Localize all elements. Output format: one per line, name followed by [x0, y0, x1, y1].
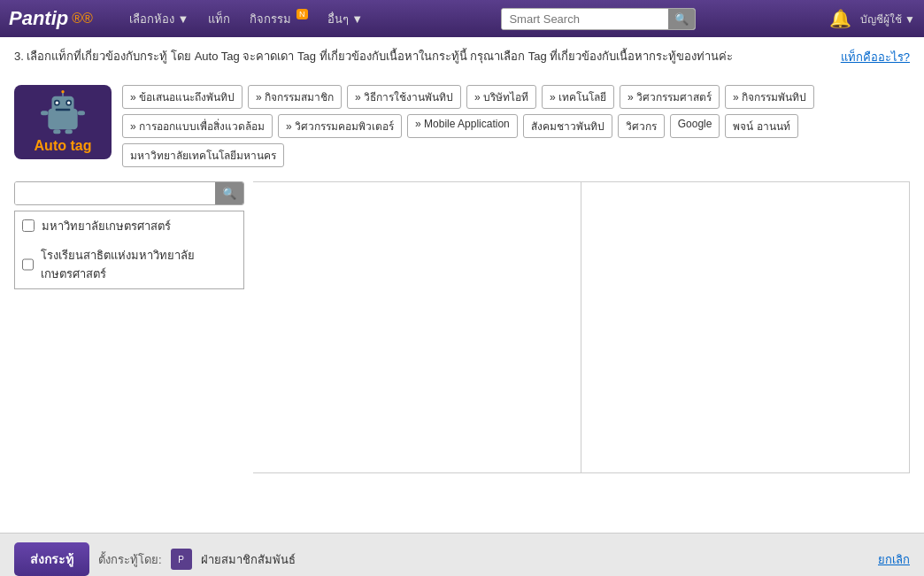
- tag-results-list: มหาวิทยาลัยเกษตรศาสตร์โรงเรียนสาธิตแห่งม…: [14, 211, 244, 289]
- tag-item[interactable]: มหาวิทยาลัยเทคโนโลยีมหานคร: [122, 143, 284, 167]
- search-box-wrapper: 🔍: [501, 8, 696, 30]
- main-content: 3. เลือกแท็กที่เกี่ยวข้องกับกระทู้ โดย A…: [0, 37, 924, 533]
- nav-tag[interactable]: แท็ก: [203, 6, 235, 32]
- search-area: 🔍: [377, 8, 820, 30]
- tag-item[interactable]: สังคมชาวพันทิป: [523, 114, 612, 138]
- account-button[interactable]: บัญชีผู้ใช้ ▼: [860, 11, 915, 27]
- tag-search-wrapper: มหาวิทยาลัยเกษตรศาสตร์ 🔍: [14, 181, 244, 205]
- svg-rect-10: [78, 111, 85, 115]
- auto-tag-label: Auto tag: [35, 138, 92, 154]
- mid-panel: [253, 181, 581, 473]
- tag-item[interactable]: » กิจกรรมพันทิป: [725, 85, 814, 109]
- tag-search-button[interactable]: 🔍: [215, 182, 243, 204]
- svg-rect-8: [56, 108, 71, 111]
- tag-item[interactable]: » เทคโนโลยี: [542, 85, 614, 109]
- tag-result-item[interactable]: มหาวิทยาลัยเกษตรศาสตร์: [15, 211, 243, 241]
- tag-item[interactable]: » วิศวกรรมศาสตร์: [620, 85, 720, 109]
- robot-icon: [41, 90, 85, 134]
- tag-search-area: มหาวิทยาลัยเกษตรศาสตร์ 🔍: [14, 181, 253, 205]
- header: Pantip ®® เลือกห้อง ▼ แท็ก กิจกรรม N อื่…: [0, 0, 924, 37]
- svg-point-6: [56, 101, 58, 104]
- logo-area: Pantip ®®: [9, 7, 115, 30]
- auto-tag-section: Auto tag » ข้อเสนอแนะถึงพันทิป» กิจกรรมส…: [14, 85, 910, 167]
- tag-checkbox[interactable]: [22, 219, 35, 232]
- nav-activity[interactable]: กิจกรรม N: [244, 6, 312, 32]
- post-by-label: ตั้งกระทู้โดย:: [98, 550, 162, 569]
- nav-other[interactable]: อื่นๆ ▼: [322, 6, 368, 32]
- tag-result-label: โรงเรียนสาธิตแห่งมหาวิทยาลัย เกษตรศาสตร์: [41, 246, 236, 283]
- tag-item[interactable]: » วิศวกรรมคอมพิวเตอร์: [278, 114, 402, 138]
- tag-item[interactable]: » ข้อเสนอแนะถึงพันทิป: [122, 85, 243, 109]
- user-avatar: P: [171, 549, 192, 570]
- tag-item[interactable]: » Mobile Application: [407, 114, 518, 138]
- tag-item[interactable]: Google: [670, 114, 720, 138]
- logo-icon: ®®: [72, 11, 93, 27]
- footer: ส่งกระทู้ ตั้งกระทู้โดย: P ฝ่ายสมาชิกสัม…: [0, 533, 924, 576]
- search-and-panels: มหาวิทยาลัยเกษตรศาสตร์ 🔍 มหาวิทยาลัยเกษต…: [14, 181, 910, 473]
- nav-select-room[interactable]: เลือกห้อง ▼: [124, 6, 194, 32]
- tag-item[interactable]: » วิธีการใช้งานพันทิป: [347, 85, 461, 109]
- activity-badge: N: [296, 9, 308, 19]
- right-panels: [253, 181, 910, 473]
- cancel-link[interactable]: ยกเลิก: [878, 550, 910, 569]
- search-input[interactable]: [502, 9, 668, 29]
- tag-item[interactable]: วิศวกร: [618, 114, 665, 138]
- logo-text[interactable]: Pantip: [9, 7, 68, 30]
- tag-checkbox[interactable]: [22, 258, 34, 271]
- tag-result-item[interactable]: โรงเรียนสาธิตแห่งมหาวิทยาลัย เกษตรศาสตร์: [15, 241, 243, 288]
- tag-search-input[interactable]: มหาวิทยาลัยเกษตรศาสตร์: [15, 182, 215, 204]
- search-button[interactable]: 🔍: [668, 9, 695, 29]
- svg-rect-12: [65, 129, 73, 134]
- header-right: 🔔 บัญชีผู้ใช้ ▼: [829, 8, 915, 29]
- tags-cloud: » ข้อเสนอแนะถึงพันทิป» กิจกรรมสมาชิก» วิ…: [122, 85, 910, 167]
- svg-point-7: [67, 101, 70, 104]
- notification-icon[interactable]: 🔔: [829, 8, 851, 29]
- svg-point-3: [61, 90, 64, 93]
- what-is-tag-link[interactable]: แท็กคืออะไร?: [841, 48, 910, 66]
- instruction-text: 3. เลือกแท็กที่เกี่ยวข้องกับกระทู้ โดย A…: [14, 48, 733, 65]
- left-panel: มหาวิทยาลัยเกษตรศาสตร์ 🔍 มหาวิทยาลัยเกษต…: [14, 181, 253, 473]
- right-panel: [581, 181, 910, 473]
- tag-item[interactable]: » กิจกรรมสมาชิก: [248, 85, 342, 109]
- tag-item[interactable]: พจน์ อานนท์: [725, 114, 797, 138]
- tag-item[interactable]: » การออกแบบเพื่อสิ่งแวดล้อม: [122, 114, 273, 138]
- svg-rect-9: [41, 111, 48, 115]
- send-post-button[interactable]: ส่งกระทู้: [14, 542, 89, 576]
- auto-tag-logo: Auto tag: [14, 85, 112, 159]
- user-name: ฝ่ายสมาชิกสัมพันธ์: [201, 550, 296, 569]
- svg-rect-11: [53, 129, 60, 134]
- tag-result-label: มหาวิทยาลัยเกษตรศาสตร์: [42, 217, 171, 235]
- tag-item[interactable]: » บริษัทไอที: [466, 85, 536, 109]
